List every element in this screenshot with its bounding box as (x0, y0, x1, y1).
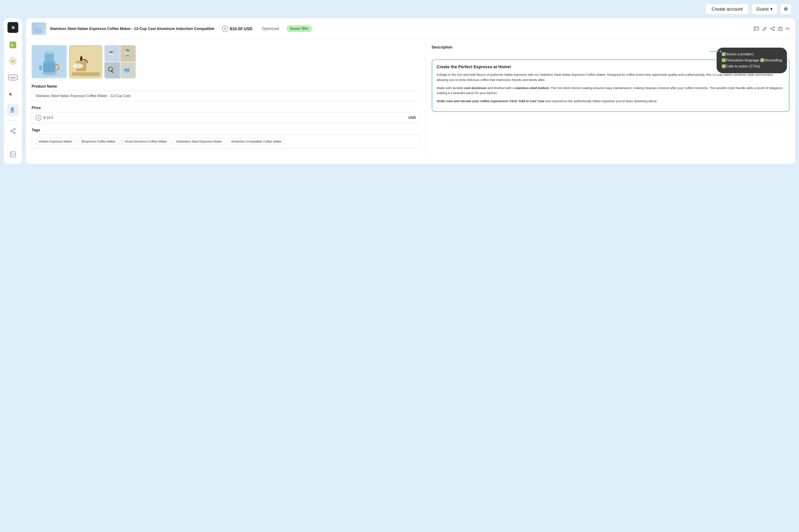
product-image-main (32, 45, 67, 78)
product-status: Optimized (262, 26, 279, 31)
svg-text:3: 3 (113, 66, 114, 69)
sidebar-item-amazon[interactable]: a . (7, 88, 19, 99)
svg-point-11 (11, 130, 12, 132)
tags-container: #Italian Espresso Maker #Espresso Coffee… (32, 134, 420, 148)
svg-text:CSV: CSV (11, 111, 14, 113)
share-icon (10, 128, 16, 134)
espresso-maker-thumb (33, 23, 45, 34)
delete-button[interactable] (778, 26, 782, 31)
svg-rect-16 (10, 152, 12, 157)
price-currency: USD (408, 116, 416, 120)
svg-rect-47 (72, 72, 100, 76)
view-button[interactable] (754, 26, 759, 31)
svg-rect-23 (35, 29, 36, 31)
svg-line-30 (772, 28, 773, 28)
product-thumb-image (32, 22, 46, 35)
tag-1[interactable]: #Italian Espresso Maker (35, 138, 76, 145)
description-paragraph-1: Indulge in the rich and bold flavors of … (437, 72, 784, 82)
sidebar-item-woo[interactable]: woo (7, 72, 19, 83)
main-product-image (33, 46, 66, 77)
tooltip-connector (709, 50, 722, 53)
edit-icon (762, 26, 767, 31)
edit-button[interactable] (762, 26, 767, 31)
sidebar-item-csv[interactable]: CSV (7, 104, 19, 116)
product-title-text: Stainless Steel Italian Espresso Coffee … (50, 26, 214, 31)
woo-icon: woo (8, 75, 18, 80)
share-header-icon (770, 26, 775, 31)
grid-cell-2: 🫙 2 (120, 45, 136, 62)
svg-point-29 (773, 30, 775, 31)
grid-img-2: 🫙 2 (122, 48, 134, 59)
sidebar-item-handshake[interactable]: 🤝 (7, 55, 19, 67)
create-account-button[interactable]: Create account (706, 4, 749, 15)
svg-text:1: 1 (113, 50, 114, 52)
tag-4[interactable]: #Stainless Steel Espresso Maker (173, 138, 226, 145)
delete-icon (778, 26, 782, 31)
product-name-label: Product Name (32, 84, 420, 89)
product-image-pour (69, 45, 102, 78)
handshake-icon: 🤝 (9, 57, 17, 65)
product-header: Stainless Steel Italian Espresso Coffee … (26, 18, 795, 39)
svg-line-18 (13, 154, 15, 155)
chevron-up-icon (786, 27, 790, 30)
product-images: ☕ 1 🫙 2 (32, 45, 420, 78)
sidebar: ɴ S 🤝 woo a . (4, 18, 22, 164)
tooltip-line2: ✅Persuasive language ✅Storytelling (722, 57, 782, 63)
sidebar-divider (9, 120, 17, 121)
svg-point-27 (773, 26, 775, 28)
tag-2[interactable]: #Espresso Coffee Maker (78, 138, 119, 145)
main-layout: ɴ S 🤝 woo a . (0, 18, 799, 168)
right-panel: Description ✅Solves a problem ✅Persuasiv… (426, 39, 795, 154)
price-dollar-icon: $ (36, 115, 41, 121)
description-paragraph-2: Made with durable cast aluminum and fini… (437, 86, 784, 96)
score-badge: Score 76% (286, 25, 312, 32)
svg-point-43 (45, 62, 53, 64)
pour-image (70, 46, 102, 77)
tag-3[interactable]: #Cast Aluminum Coffee Maker (121, 138, 171, 145)
tags-label: Tags (32, 128, 420, 132)
grid-img-1: ☕ 1 (106, 48, 118, 59)
svg-line-13 (12, 130, 14, 131)
sidebar-item-shopify[interactable]: S (7, 39, 19, 51)
price-circle-icon: $ (222, 25, 228, 32)
svg-line-14 (12, 132, 14, 133)
svg-text:4: 4 (129, 66, 130, 69)
product-price-value: $16.50 USD (230, 26, 253, 31)
price-field: $ $ 16.5 USD (32, 112, 420, 124)
grid-cell-4: 🥣 4 (120, 62, 136, 79)
csv-icon: CSV (9, 106, 16, 113)
settings-icon: ⚙ (784, 6, 788, 12)
description-paragraph-3: Order now and elevate your coffee experi… (437, 99, 784, 104)
svg-text:2: 2 (129, 50, 130, 52)
product-price-area: $ $16.50 USD (222, 25, 253, 32)
share-header-button[interactable] (770, 26, 775, 31)
svg-point-10 (14, 128, 15, 130)
svg-rect-22 (38, 24, 40, 27)
svg-point-46 (73, 63, 83, 69)
svg-rect-32 (778, 27, 782, 31)
tooltip-bubble: ✅Solves a problem ✅Persuasive language ✅… (717, 48, 787, 73)
svg-text:🤝: 🤝 (11, 59, 15, 63)
price-label: Price (32, 106, 420, 110)
settings-button[interactable]: ⚙ (780, 4, 792, 15)
shopify-icon: S (9, 42, 16, 48)
top-bar: Create account Guest ▾ ⚙ (0, 0, 799, 18)
svg-text:a: a (9, 92, 12, 96)
guest-button[interactable]: Guest ▾ (752, 4, 777, 15)
svg-rect-24 (754, 27, 759, 30)
svg-point-12 (14, 132, 15, 134)
sidebar-item-share[interactable] (7, 125, 19, 137)
collapse-header-button[interactable] (786, 27, 790, 30)
grid-img-3: 🍳 3 (106, 64, 118, 76)
sidebar-item-collapse[interactable] (7, 149, 19, 160)
svg-text:S: S (11, 43, 13, 47)
product-name-input[interactable] (32, 91, 420, 101)
product-header-title: Stainless Steel Italian Espresso Coffee … (50, 26, 214, 31)
svg-point-42 (45, 51, 54, 54)
amazon-icon: a . (9, 91, 17, 97)
tooltip-line1: ✅Solves a problem (722, 51, 782, 57)
tag-5[interactable]: #Induction Compatible Coffee Maker (228, 138, 285, 145)
left-panel: ☕ 1 🫙 2 (26, 39, 426, 154)
product-thumbnail (32, 22, 46, 35)
header-actions (754, 26, 790, 31)
